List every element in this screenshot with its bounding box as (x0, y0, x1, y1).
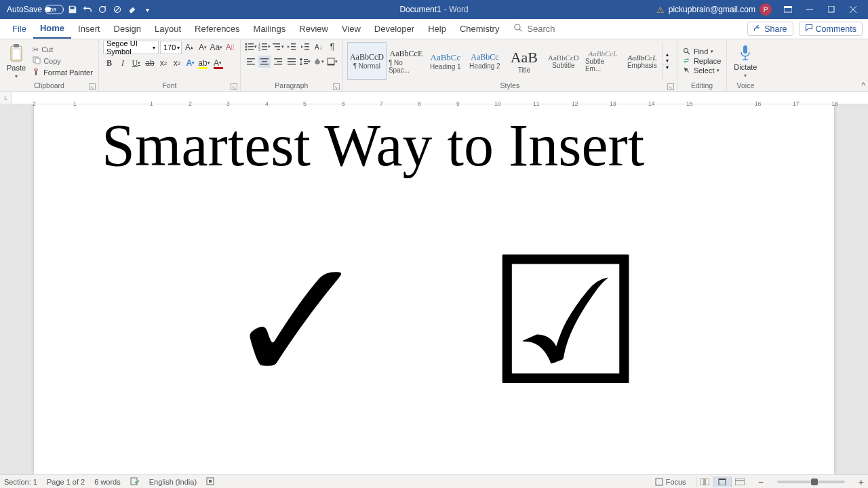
replace-button[interactable]: Replace (682, 56, 722, 66)
collapse-ribbon-icon[interactable]: ^ (861, 81, 865, 90)
share-button[interactable]: Share (747, 22, 793, 36)
tab-insert[interactable]: Insert (71, 19, 107, 39)
dictate-button[interactable]: Dictate ▾ (731, 43, 760, 80)
font-name-select[interactable]: Segoe UI Symbol ▾ (103, 41, 159, 54)
tab-design[interactable]: Design (107, 19, 148, 39)
status-section[interactable]: Section: 1 (4, 478, 37, 486)
style-heading2[interactable]: AaBbCcHeading 2 (465, 42, 505, 80)
clear-format-button[interactable]: A⃠ (224, 41, 236, 54)
tab-home[interactable]: Home (33, 19, 71, 39)
borders-button[interactable]: ▾ (326, 56, 338, 68)
outdent-button[interactable] (285, 41, 298, 53)
styles-more-button[interactable]: ▴▾▾ (662, 42, 673, 80)
print-layout-icon[interactable] (713, 476, 731, 487)
undo-icon[interactable] (81, 3, 94, 16)
search-box[interactable] (514, 23, 595, 35)
strikethrough-button[interactable]: ab (144, 57, 156, 69)
clipboard-launcher[interactable]: ⤡ (89, 83, 96, 90)
paragraph-launcher[interactable]: ⤡ (333, 83, 340, 90)
grow-font-button[interactable]: A▴ (183, 41, 195, 54)
read-mode-icon[interactable] (696, 476, 713, 487)
paste-button[interactable]: Paste ▾ (4, 42, 28, 81)
svg-rect-12 (248, 43, 254, 45)
line-spacing-button[interactable]: ▾ (299, 56, 311, 68)
indent-button[interactable] (299, 41, 311, 53)
document-area[interactable]: Smartest Way to Insert ✓ ☑ (0, 104, 868, 474)
status-words[interactable]: 6 words (94, 478, 121, 486)
web-layout-icon[interactable] (731, 476, 749, 487)
text-effects-button[interactable]: A▾ (184, 57, 197, 69)
select-button[interactable]: Select ▾ (682, 66, 722, 75)
page[interactable]: Smartest Way to Insert ✓ ☑ (34, 104, 834, 474)
autosave-toggle[interactable]: AutoSave Off (7, 5, 64, 14)
tab-references[interactable]: References (188, 19, 246, 39)
tab-review[interactable]: Review (292, 19, 335, 39)
account-button[interactable]: ⚠ pickupbrain@gmail.com P (656, 3, 772, 16)
checkmark-symbol[interactable]: ✓ (224, 234, 372, 410)
bullets-button[interactable]: ▾ (245, 41, 257, 53)
cut-button[interactable]: ✂Cut (31, 45, 94, 55)
spellcheck-icon[interactable] (130, 477, 140, 487)
checkbox-symbol[interactable]: ☑ (487, 234, 645, 410)
change-case-button[interactable]: Aa▾ (210, 41, 222, 54)
qat-customize-icon[interactable]: ▾ (141, 3, 153, 16)
align-right-button[interactable] (272, 56, 284, 68)
font-color-button[interactable]: A▾ (212, 57, 224, 69)
tab-layout[interactable]: Layout (148, 19, 188, 39)
font-size-select[interactable]: 170▾ (160, 41, 182, 54)
format-painter-button[interactable]: Format Painter (31, 67, 94, 78)
save-icon[interactable] (66, 3, 79, 16)
underline-button[interactable]: U▾ (130, 57, 142, 69)
repeat-icon[interactable] (96, 3, 108, 16)
align-left-button[interactable] (245, 56, 257, 68)
status-language[interactable]: English (India) (149, 478, 197, 486)
zoom-slider[interactable] (777, 481, 845, 483)
tab-mailings[interactable]: Mailings (247, 19, 293, 39)
search-input[interactable] (527, 24, 595, 34)
sort-button[interactable]: A↓ (313, 41, 325, 53)
superscript-button[interactable]: x2 (171, 57, 183, 69)
status-page[interactable]: Page 1 of 2 (47, 478, 85, 486)
style-emphasis[interactable]: AaBbCcLEmphasis (623, 42, 662, 80)
eraser-icon[interactable] (126, 3, 138, 16)
tab-view[interactable]: View (335, 19, 368, 39)
ruler[interactable]: L 21123456789101112131415161718 (0, 92, 868, 104)
tab-chemistry[interactable]: Chemistry (453, 19, 507, 39)
ribbon-display-icon[interactable] (778, 3, 797, 16)
style-normal[interactable]: AaBbCcD¶ Normal (347, 42, 387, 80)
close-icon[interactable] (844, 3, 863, 16)
numbering-button[interactable]: 123▾ (258, 41, 271, 53)
zoom-out-button[interactable]: − (758, 476, 764, 487)
macro-icon[interactable] (206, 477, 214, 487)
tab-file[interactable]: File (5, 19, 33, 39)
tab-developer[interactable]: Developer (368, 19, 421, 39)
style-no-spacing[interactable]: AaBbCcE¶ No Spac... (387, 42, 426, 80)
highlight-button[interactable]: ab▾ (198, 57, 210, 69)
style-heading1[interactable]: AaBbCcHeading 1 (426, 42, 465, 80)
tab-help[interactable]: Help (421, 19, 453, 39)
comments-button[interactable]: Comments (799, 22, 863, 36)
subscript-button[interactable]: x2 (157, 57, 170, 69)
style-subtle-emphasis[interactable]: AaBbCcLSubtle Em... (583, 42, 623, 80)
minimize-icon[interactable] (800, 3, 819, 16)
find-button[interactable]: Find ▾ (682, 47, 722, 56)
shrink-font-button[interactable]: A▾ (197, 41, 209, 54)
multilevel-button[interactable]: ▾ (272, 41, 284, 53)
font-launcher[interactable]: ⤡ (231, 83, 237, 90)
zoom-in-button[interactable]: + (859, 476, 864, 487)
shading-button[interactable]: ▾ (313, 56, 325, 68)
tab-selector[interactable]: L (0, 92, 12, 104)
style-title[interactable]: AaBTitle (505, 42, 544, 80)
document-heading[interactable]: Smartest Way to Insert (102, 111, 766, 180)
show-marks-button[interactable]: ¶ (326, 41, 338, 53)
styles-launcher[interactable]: ⤡ (667, 83, 674, 90)
style-subtitle[interactable]: AaBbCcDSubtitle (544, 42, 583, 80)
maximize-icon[interactable] (822, 3, 841, 16)
italic-button[interactable]: I (117, 57, 129, 69)
focus-mode-button[interactable]: Focus (655, 478, 686, 486)
align-center-button[interactable] (258, 56, 271, 68)
bold-button[interactable]: B (103, 57, 115, 69)
cancel-icon[interactable] (111, 3, 123, 16)
copy-button[interactable]: Copy (31, 56, 94, 66)
justify-button[interactable] (285, 56, 298, 68)
